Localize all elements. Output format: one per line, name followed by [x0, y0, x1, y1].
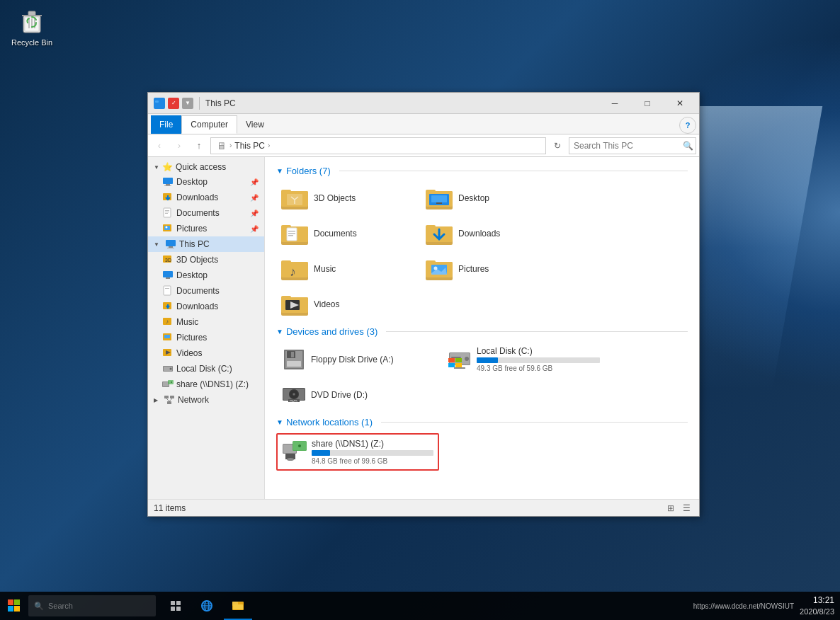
tab-computer[interactable]: Computer: [181, 115, 237, 134]
network-label: Network: [178, 395, 209, 405]
title-bar: ✓ ▼ This PC ─ □ ✕: [148, 93, 699, 114]
sidebar-this-pc[interactable]: ▼ This PC: [148, 236, 264, 252]
devices-divider: [386, 331, 688, 332]
back-button[interactable]: ‹: [151, 137, 168, 154]
svg-rect-79: [291, 352, 294, 357]
taskbar-search-box[interactable]: 🔍 Search: [28, 595, 156, 616]
drive-d[interactable]: DVD DVD Drive (D:): [276, 379, 439, 411]
folder-videos[interactable]: Videos: [276, 288, 418, 321]
network-section-arrow: ▼: [276, 418, 283, 426]
path-chevron: ›: [229, 142, 232, 149]
taskbar-search-icon: 🔍: [34, 602, 44, 611]
sidebar-local-disk[interactable]: Local Disk (C:): [148, 361, 264, 377]
taskbar: 🔍 Search: [0, 592, 840, 620]
sidebar-quick-access[interactable]: ▼ ⭐ Quick access: [148, 160, 264, 174]
sidebar-item-documents-quick[interactable]: Documents 📌: [148, 205, 264, 221]
folder-downloads[interactable]: Downloads: [421, 217, 562, 250]
folder-documents[interactable]: Documents: [276, 217, 418, 250]
refresh-button[interactable]: ↻: [549, 137, 566, 154]
svg-rect-22: [166, 277, 170, 279]
forward-button[interactable]: ›: [171, 137, 188, 154]
ie-icon: [200, 599, 213, 612]
search-input[interactable]: [574, 141, 680, 151]
folder-desktop[interactable]: Desktop: [421, 182, 562, 214]
sidebar-item-desktop-quick[interactable]: Desktop 📌: [148, 174, 264, 190]
folder-music[interactable]: ♪ Music: [276, 253, 418, 285]
recycle-bin-label: Recycle Bin: [11, 38, 52, 47]
tab-file[interactable]: File: [151, 115, 181, 134]
network-share-bar-container: [312, 450, 433, 456]
content-panel: ▼ Folders (7) 3D Objects: [265, 157, 699, 499]
taskbar-ie[interactable]: [193, 592, 221, 620]
folder-3d-objects[interactable]: 3D Objects: [276, 182, 418, 214]
sidebar-item-downloads-quick[interactable]: Downloads 📌: [148, 190, 264, 205]
pin-icon-downloads: 📌: [250, 194, 259, 202]
network-share-space: 84.8 GB free of 99.6 GB: [312, 457, 433, 465]
svg-rect-107: [14, 599, 20, 605]
folders-section-header[interactable]: ▼ Folders (7): [276, 166, 688, 176]
sidebar-3d-objects[interactable]: 3D 3D Objects: [148, 252, 264, 268]
network-title: Network locations (1): [286, 417, 373, 427]
network-share-bar: [312, 450, 330, 456]
recycle-bin-icon[interactable]: Recycle Bin: [7, 7, 57, 47]
tab-view[interactable]: View: [237, 115, 273, 134]
maximize-button[interactable]: □: [631, 93, 664, 114]
docs-icon-small: [162, 285, 174, 297]
search-box[interactable]: 🔍: [569, 137, 696, 154]
sidebar-pictures[interactable]: Pictures: [148, 330, 264, 345]
explorer-window: ✓ ▼ This PC ─ □ ✕ File Computer View ?: [147, 92, 700, 517]
documents-label: Documents: [314, 229, 357, 239]
svg-rect-51: [436, 202, 442, 204]
search-icon[interactable]: 🔍: [683, 141, 693, 151]
taskbar-app-icons: [156, 592, 258, 620]
network-section-header[interactable]: ▼ Network locations (1): [276, 417, 688, 427]
sidebar-share-drive[interactable]: share (\\DNS1) (Z:): [148, 377, 264, 392]
local-disk-info: Local Disk (C:) 49.3 GB free of 59.6 GB: [477, 346, 600, 372]
address-path[interactable]: 🖥 › This PC ›: [210, 137, 546, 154]
network-share[interactable]: share (\\DNS1) (Z:) 84.8 GB free of 99.6…: [276, 433, 439, 471]
taskbar-explorer[interactable]: [224, 592, 252, 620]
help-button[interactable]: ?: [679, 117, 696, 134]
sidebar-documents[interactable]: Documents: [148, 283, 264, 299]
windows-start-icon: [8, 599, 21, 612]
start-button[interactable]: [0, 592, 28, 620]
svg-rect-61: [426, 225, 436, 229]
sidebar-music[interactable]: ♪ Music: [148, 314, 264, 330]
svg-rect-57: [288, 233, 295, 234]
taskbar-clock[interactable]: 13:21 2020/8/23: [800, 595, 834, 617]
main-area: ▼ ⭐ Quick access Desktop 📌 Downloads: [148, 157, 699, 499]
path-end-chevron: ›: [268, 142, 270, 149]
title-separator: [199, 97, 200, 110]
svg-text:♪: ♪: [166, 318, 169, 325]
drive-c[interactable]: Local Disk (C:) 49.3 GB free of 59.6 GB: [442, 343, 605, 376]
minimize-button[interactable]: ─: [598, 93, 631, 114]
list-view-button[interactable]: ☰: [679, 501, 693, 515]
pictures-sidebar-icon: [162, 223, 174, 234]
pin-icon: 📌: [250, 178, 259, 186]
taskbar-task-view[interactable]: [161, 592, 190, 620]
floppy-icon: [281, 347, 307, 372]
local-disk-name: Local Disk (C:): [477, 346, 600, 356]
devices-section-header[interactable]: ▼ Devices and drives (3): [276, 326, 688, 337]
sidebar-desktop[interactable]: Desktop: [148, 268, 264, 283]
sidebar-item-pictures-quick[interactable]: Pictures 📌: [148, 221, 264, 236]
desktop-icon: [162, 176, 174, 188]
videos-icon-small: [162, 348, 174, 359]
drive-a[interactable]: Floppy Disk Drive (A:): [276, 343, 439, 376]
windows-logo: [448, 358, 462, 368]
sidebar-videos[interactable]: Videos: [148, 345, 264, 361]
details-view-button[interactable]: ⊞: [664, 501, 678, 515]
quick-access-arrow: ▼: [154, 164, 159, 171]
svg-rect-111: [176, 601, 181, 605]
up-button[interactable]: ↑: [191, 137, 208, 154]
sidebar-network[interactable]: ▶ Network: [148, 392, 264, 408]
ribbon-tabs: File Computer View ?: [148, 114, 699, 134]
svg-rect-89: [448, 363, 455, 367]
svg-point-38: [171, 381, 172, 383]
svg-rect-88: [455, 358, 462, 362]
sidebar-downloads[interactable]: Downloads: [148, 299, 264, 314]
close-button[interactable]: ✕: [664, 93, 696, 114]
folder-pictures[interactable]: Pictures: [421, 253, 562, 285]
quick-access-icon: ⭐: [162, 162, 173, 172]
local-disk-bar: [477, 357, 498, 363]
